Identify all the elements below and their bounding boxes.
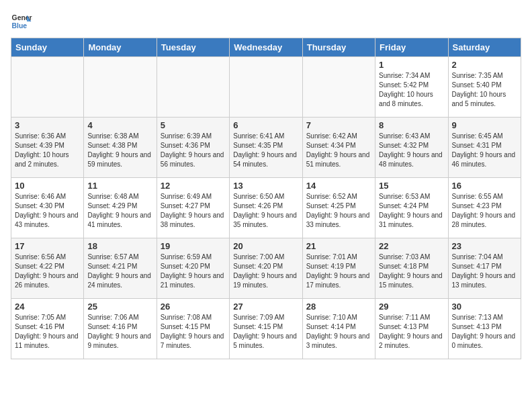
day-info: Sunrise: 7:08 AM Sunset: 4:15 PM Dayligh… xyxy=(161,313,226,351)
calendar-cell: 10Sunrise: 6:46 AM Sunset: 4:30 PM Dayli… xyxy=(11,178,84,238)
calendar-week-row: 1Sunrise: 7:34 AM Sunset: 5:42 PM Daylig… xyxy=(11,57,521,118)
calendar-cell: 14Sunrise: 6:52 AM Sunset: 4:25 PM Dayli… xyxy=(302,178,375,238)
day-number: 1 xyxy=(379,60,444,70)
day-info: Sunrise: 7:03 AM Sunset: 4:18 PM Dayligh… xyxy=(379,253,444,290)
calendar-cell: 24Sunrise: 7:05 AM Sunset: 4:16 PM Dayli… xyxy=(11,299,84,359)
header: General Blue xyxy=(11,11,521,32)
day-number: 18 xyxy=(87,241,152,251)
day-info: Sunrise: 7:06 AM Sunset: 4:16 PM Dayligh… xyxy=(87,313,152,351)
day-info: Sunrise: 7:10 AM Sunset: 4:14 PM Dayligh… xyxy=(306,313,371,351)
calendar-week-row: 24Sunrise: 7:05 AM Sunset: 4:16 PM Dayli… xyxy=(11,299,521,359)
day-number: 25 xyxy=(87,302,152,312)
day-header-wednesday: Wednesday xyxy=(230,38,302,57)
day-number: 17 xyxy=(15,241,80,251)
day-number: 16 xyxy=(452,181,517,191)
calendar-cell: 2Sunrise: 7:35 AM Sunset: 5:40 PM Daylig… xyxy=(448,57,521,118)
day-number: 2 xyxy=(452,60,517,70)
calendar-cell xyxy=(230,57,302,118)
calendar-cell: 8Sunrise: 6:43 AM Sunset: 4:32 PM Daylig… xyxy=(375,118,448,178)
day-info: Sunrise: 6:39 AM Sunset: 4:36 PM Dayligh… xyxy=(161,132,226,169)
day-info: Sunrise: 6:57 AM Sunset: 4:21 PM Dayligh… xyxy=(87,253,152,290)
calendar-cell: 6Sunrise: 6:41 AM Sunset: 4:35 PM Daylig… xyxy=(230,118,302,178)
day-info: Sunrise: 6:46 AM Sunset: 4:30 PM Dayligh… xyxy=(15,192,80,230)
day-info: Sunrise: 6:49 AM Sunset: 4:27 PM Dayligh… xyxy=(161,192,226,230)
day-number: 27 xyxy=(233,302,298,312)
day-number: 22 xyxy=(379,241,444,251)
day-info: Sunrise: 6:53 AM Sunset: 4:24 PM Dayligh… xyxy=(379,192,444,230)
calendar-cell: 1Sunrise: 7:34 AM Sunset: 5:42 PM Daylig… xyxy=(375,57,448,118)
day-number: 11 xyxy=(87,181,152,191)
day-number: 10 xyxy=(15,181,80,191)
calendar-cell: 29Sunrise: 7:11 AM Sunset: 4:13 PM Dayli… xyxy=(375,299,448,359)
calendar-cell xyxy=(302,57,375,118)
svg-text:Blue: Blue xyxy=(12,22,28,30)
day-info: Sunrise: 6:38 AM Sunset: 4:38 PM Dayligh… xyxy=(87,132,152,169)
calendar-cell: 19Sunrise: 6:59 AM Sunset: 4:20 PM Dayli… xyxy=(157,238,229,299)
day-info: Sunrise: 7:34 AM Sunset: 5:42 PM Dayligh… xyxy=(379,71,444,109)
calendar-cell: 7Sunrise: 6:42 AM Sunset: 4:34 PM Daylig… xyxy=(302,118,375,178)
day-number: 9 xyxy=(452,120,517,130)
day-info: Sunrise: 6:55 AM Sunset: 4:23 PM Dayligh… xyxy=(452,192,517,230)
day-header-thursday: Thursday xyxy=(302,38,375,57)
day-header-tuesday: Tuesday xyxy=(157,38,229,57)
day-number: 14 xyxy=(306,181,371,191)
calendar-cell: 17Sunrise: 6:56 AM Sunset: 4:22 PM Dayli… xyxy=(11,238,84,299)
day-info: Sunrise: 7:35 AM Sunset: 5:40 PM Dayligh… xyxy=(452,71,517,109)
day-header-friday: Friday xyxy=(375,38,448,57)
day-info: Sunrise: 7:13 AM Sunset: 4:13 PM Dayligh… xyxy=(452,313,517,351)
calendar-week-row: 3Sunrise: 6:36 AM Sunset: 4:39 PM Daylig… xyxy=(11,118,521,178)
day-info: Sunrise: 7:09 AM Sunset: 4:15 PM Dayligh… xyxy=(233,313,298,351)
calendar-cell xyxy=(11,57,84,118)
day-number: 8 xyxy=(379,120,444,130)
day-info: Sunrise: 6:36 AM Sunset: 4:39 PM Dayligh… xyxy=(15,132,80,169)
day-header-saturday: Saturday xyxy=(448,38,521,57)
logo-icon: General Blue xyxy=(11,11,32,32)
calendar-cell: 20Sunrise: 7:00 AM Sunset: 4:20 PM Dayli… xyxy=(230,238,302,299)
calendar-cell: 18Sunrise: 6:57 AM Sunset: 4:21 PM Dayli… xyxy=(84,238,157,299)
day-info: Sunrise: 6:59 AM Sunset: 4:20 PM Dayligh… xyxy=(161,253,226,290)
calendar-cell: 16Sunrise: 6:55 AM Sunset: 4:23 PM Dayli… xyxy=(448,178,521,238)
calendar-cell xyxy=(157,57,229,118)
calendar-week-row: 10Sunrise: 6:46 AM Sunset: 4:30 PM Dayli… xyxy=(11,178,521,238)
day-number: 5 xyxy=(161,120,226,130)
calendar-cell: 15Sunrise: 6:53 AM Sunset: 4:24 PM Dayli… xyxy=(375,178,448,238)
day-number: 23 xyxy=(452,241,517,251)
logo: General Blue xyxy=(11,11,32,32)
day-number: 29 xyxy=(379,302,444,312)
calendar-cell: 9Sunrise: 6:45 AM Sunset: 4:31 PM Daylig… xyxy=(448,118,521,178)
day-number: 24 xyxy=(15,302,80,312)
calendar-cell: 23Sunrise: 7:04 AM Sunset: 4:17 PM Dayli… xyxy=(448,238,521,299)
day-number: 7 xyxy=(306,120,371,130)
day-info: Sunrise: 7:11 AM Sunset: 4:13 PM Dayligh… xyxy=(379,313,444,351)
calendar-cell: 26Sunrise: 7:08 AM Sunset: 4:15 PM Dayli… xyxy=(157,299,229,359)
calendar-cell: 4Sunrise: 6:38 AM Sunset: 4:38 PM Daylig… xyxy=(84,118,157,178)
day-number: 20 xyxy=(233,241,298,251)
day-info: Sunrise: 7:04 AM Sunset: 4:17 PM Dayligh… xyxy=(452,253,517,290)
day-info: Sunrise: 7:05 AM Sunset: 4:16 PM Dayligh… xyxy=(15,313,80,351)
calendar-cell xyxy=(84,57,157,118)
day-number: 28 xyxy=(306,302,371,312)
day-number: 3 xyxy=(15,120,80,130)
day-number: 12 xyxy=(161,181,226,191)
day-info: Sunrise: 6:43 AM Sunset: 4:32 PM Dayligh… xyxy=(379,132,444,169)
day-info: Sunrise: 6:50 AM Sunset: 4:26 PM Dayligh… xyxy=(233,192,298,230)
calendar-cell: 25Sunrise: 7:06 AM Sunset: 4:16 PM Dayli… xyxy=(84,299,157,359)
calendar-cell: 30Sunrise: 7:13 AM Sunset: 4:13 PM Dayli… xyxy=(448,299,521,359)
calendar-cell: 12Sunrise: 6:49 AM Sunset: 4:27 PM Dayli… xyxy=(157,178,229,238)
day-number: 15 xyxy=(379,181,444,191)
day-number: 19 xyxy=(161,241,226,251)
calendar-cell: 27Sunrise: 7:09 AM Sunset: 4:15 PM Dayli… xyxy=(230,299,302,359)
day-info: Sunrise: 7:00 AM Sunset: 4:20 PM Dayligh… xyxy=(233,253,298,290)
day-number: 30 xyxy=(452,302,517,312)
day-info: Sunrise: 7:01 AM Sunset: 4:19 PM Dayligh… xyxy=(306,253,371,290)
day-number: 13 xyxy=(233,181,298,191)
day-info: Sunrise: 6:42 AM Sunset: 4:34 PM Dayligh… xyxy=(306,132,371,169)
calendar-header-row: SundayMondayTuesdayWednesdayThursdayFrid… xyxy=(11,38,521,57)
day-number: 4 xyxy=(87,120,152,130)
calendar-cell: 28Sunrise: 7:10 AM Sunset: 4:14 PM Dayli… xyxy=(302,299,375,359)
calendar-week-row: 17Sunrise: 6:56 AM Sunset: 4:22 PM Dayli… xyxy=(11,238,521,299)
day-info: Sunrise: 6:52 AM Sunset: 4:25 PM Dayligh… xyxy=(306,192,371,230)
calendar-cell: 3Sunrise: 6:36 AM Sunset: 4:39 PM Daylig… xyxy=(11,118,84,178)
day-number: 26 xyxy=(161,302,226,312)
calendar-cell: 21Sunrise: 7:01 AM Sunset: 4:19 PM Dayli… xyxy=(302,238,375,299)
